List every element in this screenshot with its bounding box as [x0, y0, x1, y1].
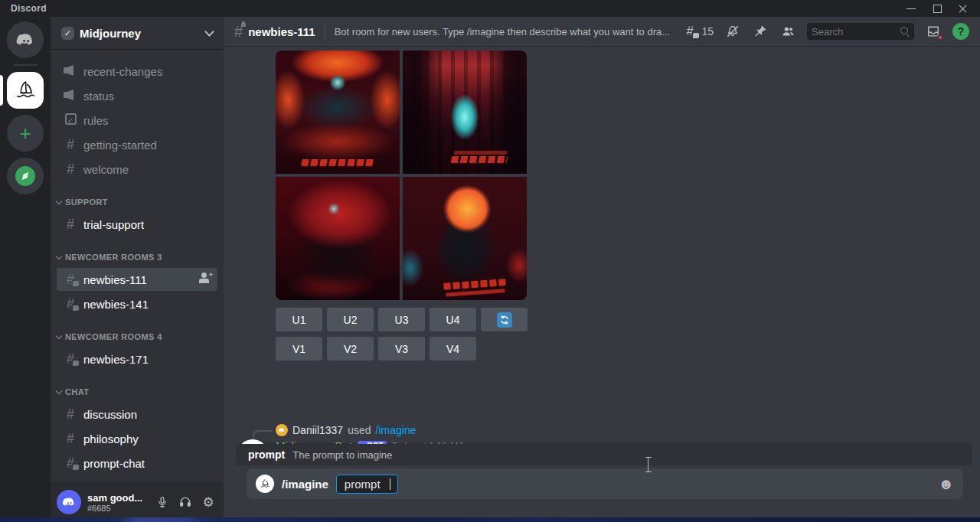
user-panel: sam good... #6685 ⚙ — [51, 482, 224, 522]
pinned-messages-button[interactable] — [752, 23, 769, 40]
interaction-command-link[interactable]: /imagine — [376, 424, 416, 436]
rules-icon — [65, 113, 77, 125]
option-description: The prompt to imagine — [292, 449, 392, 461]
poster-text — [301, 159, 374, 166]
user-settings-button[interactable]: ⚙ — [201, 494, 216, 510]
user-discriminator: #6685 — [87, 504, 155, 513]
channel-status[interactable]: status — [57, 84, 217, 107]
channel-newbies-111[interactable]: newbies-111 + — [57, 268, 217, 291]
plus-icon: + — [19, 122, 31, 145]
bot-avatar-small — [256, 475, 274, 493]
members-icon — [780, 24, 795, 39]
discord-logo-icon — [15, 29, 36, 51]
header-divider — [325, 24, 325, 39]
hash-lock-icon — [234, 24, 243, 39]
upscale-u4-button[interactable]: U4 — [430, 308, 476, 331]
prompt-option-value: prompt — [345, 478, 381, 491]
bot-author-name[interactable]: Midjourney Bot — [276, 439, 352, 444]
chevron-down-icon — [56, 388, 62, 394]
channel-topic[interactable]: Bot room for new users. Type /imagine th… — [335, 26, 670, 38]
threads-button[interactable]: 15 — [686, 24, 714, 39]
minimize-button[interactable] — [906, 4, 916, 13]
emoji-picker-button[interactable]: ☻ — [938, 476, 954, 491]
person-add-icon: + — [199, 272, 211, 283]
message-list: U1 U2 U3 U4 V1 V2 V3 V4 — [224, 46, 980, 444]
user-avatar[interactable] — [57, 490, 81, 514]
megaphone-icon — [64, 90, 77, 100]
hash-icon — [63, 406, 78, 422]
section-newcomer-rooms-4[interactable]: NEWCOMER ROOMS 4 — [51, 328, 224, 346]
hash-chat-icon — [63, 455, 78, 471]
notification-settings-button[interactable] — [724, 23, 741, 40]
variation-v1-button[interactable]: V1 — [276, 337, 322, 361]
channel-philosophy[interactable]: philosophy — [57, 427, 217, 450]
create-invite-button[interactable]: + — [199, 272, 211, 286]
section-support[interactable]: SUPPORT — [51, 193, 224, 211]
generated-image-4[interactable] — [403, 177, 527, 300]
channel-newbies-171[interactable]: newbies-171 — [57, 347, 217, 370]
section-chat[interactable]: CHAT — [51, 383, 224, 401]
channel-prompt-chat[interactable]: prompt-chat — [57, 452, 217, 475]
upscale-u1-button[interactable]: U1 — [276, 308, 322, 331]
reroll-button[interactable] — [481, 308, 528, 331]
pin-icon — [753, 24, 768, 39]
app-title: Discord — [11, 3, 47, 14]
channel-trial-support[interactable]: trial-support — [57, 213, 217, 236]
microphone-icon — [155, 495, 169, 509]
member-list-button[interactable] — [779, 23, 796, 40]
variation-v4-button[interactable]: V4 — [430, 337, 476, 361]
interaction-username[interactable]: Daniil1337 — [292, 424, 343, 436]
section-newcomer-rooms-3[interactable]: NEWCOMER ROOMS 3 — [51, 248, 224, 266]
maximize-button[interactable] — [933, 4, 942, 13]
channel-rules[interactable]: rules — [57, 109, 217, 132]
explore-servers-button[interactable] — [7, 158, 44, 194]
sailboat-icon — [13, 78, 38, 103]
variation-v3-button[interactable]: V3 — [378, 337, 425, 361]
search-box[interactable] — [807, 23, 914, 40]
headphones-icon — [178, 495, 192, 509]
upscale-u2-button[interactable]: U2 — [327, 308, 374, 331]
close-button[interactable] — [959, 4, 968, 13]
hash-icon — [63, 161, 78, 177]
inbox-unread-dot — [937, 34, 943, 41]
user-avatar-small[interactable] — [276, 424, 288, 436]
active-command: /imagine — [282, 478, 328, 491]
help-button[interactable]: ? — [952, 23, 969, 40]
channel-off-topic[interactable]: off-topic — [57, 476, 217, 482]
user-info[interactable]: sam good... #6685 — [87, 492, 155, 513]
add-server-button[interactable]: + — [7, 115, 44, 152]
message-header: Midjourney Bot BOT Today at 1:12 AM — [276, 439, 462, 444]
server-icon-midjourney[interactable] — [7, 72, 44, 109]
midjourney-image-grid[interactable] — [276, 51, 527, 300]
variation-v2-button[interactable]: V2 — [327, 337, 374, 361]
inbox-button[interactable] — [925, 23, 942, 40]
rail-divider — [13, 64, 38, 66]
mouse-text-cursor — [644, 456, 653, 473]
upscale-u3-button[interactable]: U3 — [378, 308, 425, 331]
channel-welcome[interactable]: welcome — [57, 158, 217, 181]
mute-microphone-button[interactable] — [155, 494, 170, 510]
deafen-button[interactable] — [178, 494, 193, 510]
message-input[interactable]: /imagine prompt ☻ — [247, 468, 963, 499]
search-input[interactable] — [812, 26, 900, 38]
channel-getting-started[interactable]: getting-started — [57, 133, 217, 156]
text-caret — [390, 478, 390, 490]
generated-image-1[interactable] — [276, 51, 400, 174]
slash-command-hint-bar: prompt The prompt to imagine — [236, 444, 972, 465]
hash-icon — [63, 431, 78, 446]
hash-icon — [63, 217, 78, 232]
prompt-option-field[interactable]: prompt — [336, 475, 398, 494]
server-dropdown-header[interactable]: Midjourney — [51, 17, 224, 49]
discord-home-button[interactable] — [7, 21, 44, 58]
compass-icon — [15, 166, 35, 186]
generated-image-3[interactable] — [276, 177, 400, 300]
channel-discussion[interactable]: discussion — [57, 403, 217, 426]
generated-image-2[interactable] — [403, 51, 527, 174]
interaction-action: used — [348, 424, 371, 436]
server-rail: + — [0, 17, 51, 522]
channel-recent-changes[interactable]: recent-changes — [57, 60, 217, 83]
window-titlebar: Discord — [0, 0, 980, 17]
hash-icon — [63, 480, 78, 482]
channel-newbies-141[interactable]: newbies-141 — [57, 292, 217, 315]
main-content: newbies-111 Bot room for new users. Type… — [224, 17, 980, 522]
